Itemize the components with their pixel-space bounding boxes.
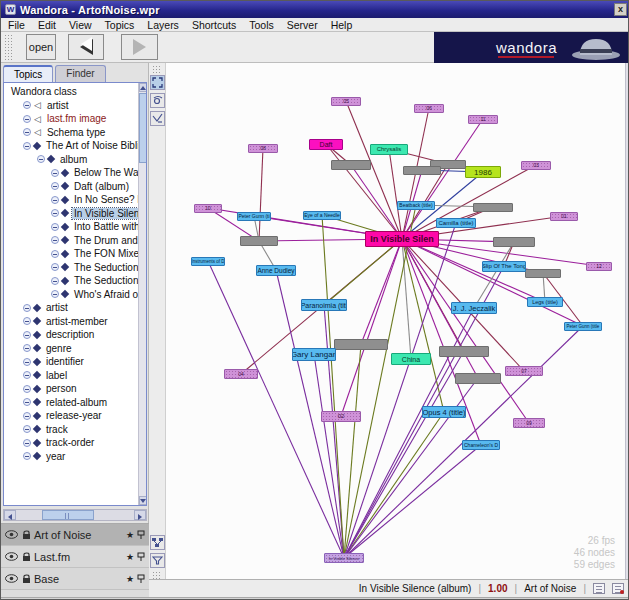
graph-node-P6[interactable]: 10 xyxy=(194,204,222,213)
tree-item[interactable]: In Visible Silence (al xyxy=(6,207,146,221)
tree-item[interactable]: The Drum and Bass xyxy=(6,234,146,248)
toolbar-drag-handle[interactable] xyxy=(4,34,13,61)
graph-node-B2[interactable]: Eye of a Needle xyxy=(303,211,341,220)
graph-node-M2[interactable]: In Visible Silen xyxy=(365,231,439,247)
graph-node-P1[interactable]: 05 xyxy=(331,97,361,106)
layer-star-icon[interactable]: ★ xyxy=(126,552,134,562)
tree-item[interactable]: artist xyxy=(6,301,146,315)
close-button[interactable]: x xyxy=(614,3,627,16)
tree-expander-icon[interactable] xyxy=(23,439,31,447)
tree-item[interactable]: track-order xyxy=(6,436,146,450)
graph-node-B3[interactable]: Instruments of D xyxy=(191,257,225,266)
graph-node-M1[interactable]: Daft xyxy=(309,139,343,150)
tree-expander-icon[interactable] xyxy=(51,236,59,244)
menu-file[interactable]: File xyxy=(8,19,25,31)
graph-options-button[interactable] xyxy=(150,535,165,550)
back-button[interactable] xyxy=(68,34,104,60)
scroll-up-arrow[interactable] xyxy=(139,83,147,92)
tree-expander-icon[interactable] xyxy=(23,101,31,109)
graph-node-B12[interactable]: Opus 4 (title) xyxy=(422,406,466,418)
tree-item[interactable]: description xyxy=(6,328,146,342)
lock-icon[interactable] xyxy=(22,530,31,540)
graph-node-G8[interactable] xyxy=(334,339,388,350)
tree-item[interactable]: ◁Schema type xyxy=(6,126,146,140)
tab-finder[interactable]: Finder xyxy=(55,65,105,82)
visibility-eye-icon[interactable] xyxy=(5,552,18,561)
tree-item[interactable]: ◁last.fm image xyxy=(6,112,146,126)
graph-node-B8[interactable]: Slip Of The Tong xyxy=(482,261,526,272)
tree-expander-icon[interactable] xyxy=(51,209,59,217)
tree-expander-icon[interactable] xyxy=(23,344,31,352)
tree-item[interactable]: artist-member xyxy=(6,315,146,329)
graph-node-G4[interactable] xyxy=(240,236,278,246)
graph-node-T2[interactable]: China xyxy=(391,353,431,365)
tree-expander-icon[interactable] xyxy=(51,263,59,271)
tree-expander-icon[interactable] xyxy=(51,223,59,231)
tree-item[interactable]: In No Sense? Nonse xyxy=(6,193,146,207)
tree-vertical-scrollbar[interactable] xyxy=(138,83,146,505)
layer-pin-icon[interactable] xyxy=(137,574,145,583)
layer-star-icon[interactable]: ★ xyxy=(126,530,134,540)
tree-scroll-thumb[interactable] xyxy=(139,93,147,163)
tree-expander-icon[interactable] xyxy=(23,398,31,406)
graph-node-P2[interactable]: 08 xyxy=(248,144,278,153)
graph-node-P4[interactable]: 11 xyxy=(468,115,498,124)
menu-view[interactable]: View xyxy=(69,19,92,31)
tab-topics[interactable]: Topics xyxy=(3,65,53,82)
tree-item[interactable]: Into Battle with the Ar xyxy=(6,220,146,234)
graph-node-B5[interactable]: Paranoimia (titl xyxy=(301,299,347,311)
tree-expander-icon[interactable] xyxy=(51,277,59,285)
tree-expander-icon[interactable] xyxy=(23,385,31,393)
layer-pin-icon[interactable] xyxy=(137,530,145,539)
visibility-eye-icon[interactable] xyxy=(5,530,18,539)
graph-node-P12[interactable]: 09 xyxy=(513,418,545,428)
graph-node-B14[interactable]: Peter Gunn (title xyxy=(564,322,602,331)
graph-node-P7[interactable]: 01 xyxy=(550,212,578,221)
graph-node-G3[interactable] xyxy=(403,166,441,175)
tree-expander-icon[interactable] xyxy=(23,425,31,433)
tree-item[interactable]: Daft (album) xyxy=(6,180,146,194)
tree-expander-icon[interactable] xyxy=(37,155,45,163)
tree-horizontal-scrollbar[interactable] xyxy=(3,509,147,521)
graph-node-G5[interactable] xyxy=(473,203,513,212)
graph-node-B6[interactable]: Beatback (title) xyxy=(397,201,435,210)
visibility-eye-icon[interactable] xyxy=(5,574,18,583)
graph-toolbar-handle-bottom[interactable] xyxy=(152,571,162,579)
layer-row-last-fm[interactable]: Last.fm★ xyxy=(1,546,149,568)
tree-item[interactable]: ◁artist xyxy=(6,99,146,113)
graph-node-Y1[interactable]: 1986 xyxy=(465,166,501,178)
expand-view-button[interactable] xyxy=(150,75,165,90)
topic-info-icon[interactable] xyxy=(593,583,605,594)
tree-expander-icon[interactable] xyxy=(23,304,31,312)
graph-node-P13[interactable]: In Visible Silence xyxy=(324,553,364,563)
graph-canvas[interactable]: In Visible SilenDaftChrysalisChina198605… xyxy=(166,63,625,579)
tree-item[interactable]: The FON Mixes (albu xyxy=(6,247,146,261)
tree-expander-icon[interactable] xyxy=(23,371,31,379)
menu-server[interactable]: Server xyxy=(287,19,318,31)
tree-expander-icon[interactable] xyxy=(23,115,31,123)
tree-item[interactable]: Below The Waste (a xyxy=(6,166,146,180)
tree-expander-icon[interactable] xyxy=(23,128,31,136)
graph-toolbar-handle-top[interactable] xyxy=(152,65,162,73)
tree-item[interactable]: Wandora class xyxy=(6,85,146,99)
tree-item[interactable]: album xyxy=(6,153,146,167)
tree-expander-icon[interactable] xyxy=(23,142,31,150)
menu-topics[interactable]: Topics xyxy=(105,19,135,31)
layer-row-base[interactable]: Base★ xyxy=(1,568,149,590)
tree-expander-icon[interactable] xyxy=(51,290,59,298)
graph-node-B13[interactable]: Chameleon's D xyxy=(462,440,500,450)
tree-expander-icon[interactable] xyxy=(51,169,59,177)
tree-expander-icon[interactable] xyxy=(23,358,31,366)
graph-node-B11[interactable]: Gary Langan xyxy=(292,348,336,361)
tree-item[interactable]: identifier xyxy=(6,355,146,369)
tree-expander-icon[interactable] xyxy=(23,452,31,460)
menu-tools[interactable]: Tools xyxy=(249,19,274,31)
menu-layers[interactable]: Layers xyxy=(147,19,179,31)
tree-expander-icon[interactable] xyxy=(23,412,31,420)
lock-icon[interactable] xyxy=(22,552,31,562)
tree-item[interactable]: related-album xyxy=(6,396,146,410)
graph-node-G6[interactable] xyxy=(493,237,535,247)
tree-expander-icon[interactable] xyxy=(23,317,31,325)
layer-status-icon[interactable] xyxy=(612,583,624,594)
graph-node-B4[interactable]: Anne Dudley xyxy=(256,265,296,276)
